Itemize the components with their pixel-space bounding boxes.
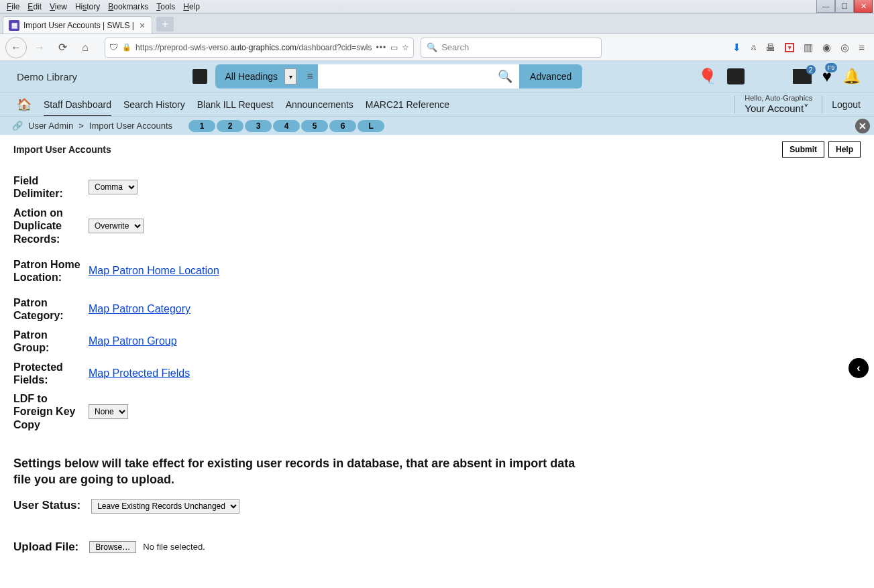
page-pill-4[interactable]: 4 (273, 120, 300, 132)
breadcrumb-useradmin[interactable]: User Admin (28, 121, 73, 131)
menu-file[interactable]: File (3, 1, 23, 13)
downloads-icon[interactable]: ⬇ (732, 42, 741, 54)
home-icon[interactable]: 🏠 (17, 97, 32, 112)
upload-file-label: Upload File: (13, 540, 83, 554)
url-bar[interactable]: 🛡 🔒 https://preprod-swls-verso.auto-grap… (105, 38, 414, 58)
page-pill-last[interactable]: L (358, 120, 384, 132)
menu-tools[interactable]: Tools (152, 1, 179, 13)
url-text: https://preprod-swls-verso.auto-graphics… (135, 43, 372, 52)
catalog-search-input[interactable]: 🔍 (318, 64, 519, 89)
nav-search-history[interactable]: Search History (123, 94, 185, 115)
browser-search-bar[interactable]: 🔍 Search (421, 38, 602, 58)
tab-title: Import User Accounts | SWLS | (23, 21, 134, 30)
translate-icon[interactable] (193, 69, 207, 84)
lock-icon: 🔒 (122, 43, 131, 52)
help-button[interactable]: Help (828, 141, 861, 158)
news-icon[interactable] (793, 69, 812, 84)
dup-action-select[interactable]: Overwrite (89, 219, 144, 233)
window-close-button[interactable]: ✕ (854, 0, 873, 13)
database-icon[interactable]: ≡ (302, 64, 318, 89)
hamburger-menu-icon[interactable]: ≡ (859, 42, 865, 53)
chain-icon: 🔗 (12, 121, 23, 131)
search-type-label: All Headings (225, 71, 278, 82)
advanced-label: Advanced (530, 71, 571, 82)
page-pill-5[interactable]: 5 (301, 120, 328, 132)
close-panel-button[interactable]: ✕ (855, 119, 870, 133)
your-account-label: Your Account (745, 103, 804, 114)
tab-close-button[interactable]: × (138, 20, 146, 31)
sidebar-icon[interactable]: ▥ (804, 42, 813, 54)
map-patron-category-link[interactable]: Map Patron Category (89, 303, 190, 314)
no-file-text: No file selected. (143, 542, 205, 552)
map-patron-group-link[interactable]: Map Patron Group (89, 335, 177, 347)
browser-navbar: ← → ⟳ ⌂ 🛡 🔒 https://preprod-swls-verso.a… (0, 34, 874, 61)
search-type-dropdown[interactable]: All Headings ▾ (215, 64, 302, 89)
nav-home-button[interactable]: ⌂ (75, 38, 95, 58)
window-minimize-button[interactable]: — (816, 0, 835, 13)
search-folder-icon[interactable] (727, 68, 745, 84)
window-maximize-button[interactable]: ☐ (835, 0, 854, 13)
ldf-select[interactable]: None (89, 404, 128, 419)
menu-help[interactable]: Help (179, 1, 204, 13)
page-pill-3[interactable]: 3 (245, 120, 272, 132)
dup-action-label: Action on Duplicate Records: (13, 207, 89, 245)
addon-circle-icon[interactable]: ◎ (840, 42, 849, 54)
nav-reload-button[interactable]: ⟳ (52, 38, 72, 58)
library-name: Demo Library (17, 71, 77, 82)
nav-forward-button[interactable]: → (30, 38, 50, 58)
browse-button[interactable]: Browse… (89, 541, 136, 553)
advanced-search-button[interactable]: Advanced (519, 64, 582, 89)
hello-text: Hello, Auto-Graphics (745, 94, 812, 103)
protected-fields-label: Protected Fields: (13, 361, 89, 386)
user-status-label: User Status: (13, 499, 85, 512)
page-pill-2[interactable]: 2 (217, 120, 243, 132)
app-nav: 🏠 Staff Dashboard Search History Blank I… (0, 92, 874, 116)
chevron-down-icon: ▾ (284, 68, 296, 84)
search-placeholder: Search (441, 42, 469, 52)
account-menu[interactable]: Hello, Auto-Graphics Your Account˅ (745, 94, 812, 115)
page-pill-6[interactable]: 6 (329, 120, 356, 132)
favorites-heart-icon[interactable]: ♥ (822, 67, 832, 86)
favicon-icon: ▦ (9, 20, 19, 31)
map-patron-home-link[interactable]: Map Patron Home Location (89, 265, 219, 276)
page-pill-1[interactable]: 1 (188, 120, 215, 132)
submit-button[interactable]: Submit (782, 141, 824, 158)
chevron-down-icon: ˅ (804, 103, 809, 114)
menu-view[interactable]: View (46, 1, 71, 13)
nav-announcements[interactable]: Announcements (286, 94, 353, 115)
search-submit-icon[interactable]: 🔍 (498, 69, 512, 84)
balloon-icon[interactable]: 🎈 (698, 68, 716, 85)
menu-bookmarks[interactable]: Bookmarks (104, 1, 152, 13)
divider (734, 96, 735, 113)
new-tab-button[interactable]: + (156, 17, 174, 32)
menu-edit[interactable]: Edit (23, 1, 46, 13)
print-icon[interactable]: 🖶 (765, 42, 775, 53)
patron-cat-label: Patron Category: (13, 296, 89, 322)
notifications-bell-icon[interactable]: 🔔 (842, 68, 861, 85)
divider (822, 96, 822, 113)
tracking-shield-icon[interactable]: 🛡 (109, 42, 118, 52)
bookmark-star-icon[interactable]: ☆ (402, 43, 409, 52)
page-actions-icon[interactable]: ••• (376, 43, 387, 52)
breadcrumb-row: 🔗 User Admin > Import User Accounts 1 2 … (0, 116, 874, 135)
page-title: Import User Accounts (13, 144, 111, 155)
map-protected-fields-link[interactable]: Map Protected Fields (89, 367, 190, 379)
security-addon-icon[interactable]: ▾ (785, 43, 794, 52)
page-pills: 1 2 3 4 5 6 L (188, 120, 384, 132)
field-delimiter-select[interactable]: Comma (89, 180, 138, 194)
side-expand-button[interactable]: ‹ (849, 358, 869, 378)
logout-link[interactable]: Logout (832, 99, 861, 110)
menu-history[interactable]: History (71, 1, 104, 13)
reader-mode-icon[interactable]: ▭ (390, 43, 398, 52)
browser-tab[interactable]: ▦ Import User Accounts | SWLS | × (3, 16, 152, 34)
library-icon[interactable]: ࿏ (751, 42, 756, 53)
field-delimiter-label: Field Delimiter: (13, 174, 89, 200)
breadcrumb-current: Import User Accounts (89, 121, 172, 131)
account-icon[interactable]: ◉ (822, 42, 831, 54)
nav-blank-ill[interactable]: Blank ILL Request (197, 94, 274, 115)
nav-marc21[interactable]: MARC21 Reference (366, 94, 449, 115)
user-status-select[interactable]: Leave Existing Records Unchanged (91, 499, 239, 514)
nav-back-button[interactable]: ← (5, 37, 27, 58)
nav-staff-dashboard[interactable]: Staff Dashboard (44, 94, 111, 117)
breadcrumb-sep: > (78, 121, 84, 131)
